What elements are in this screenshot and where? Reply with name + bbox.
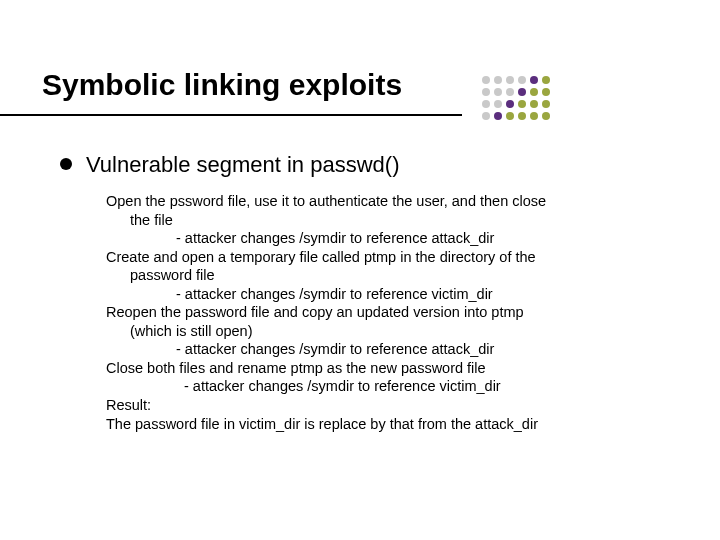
dot-icon bbox=[530, 112, 538, 120]
body-line: - attacker changes /symdir to reference … bbox=[106, 285, 660, 304]
body-line: (which is still open) bbox=[106, 322, 660, 341]
body-line: - attacker changes /symdir to reference … bbox=[106, 340, 660, 359]
dot-icon bbox=[542, 88, 550, 96]
content-area: Vulnerable segment in passwd() Open the … bbox=[0, 112, 720, 433]
dot-icon bbox=[482, 88, 490, 96]
dot-icon bbox=[518, 76, 526, 84]
slide-title: Symbolic linking exploits bbox=[42, 68, 720, 112]
body-line: Reopen the password file and copy an upd… bbox=[106, 303, 660, 322]
body-line: Close both files and rename ptmp as the … bbox=[106, 359, 660, 378]
dot-icon bbox=[482, 112, 490, 120]
bullet-icon bbox=[60, 158, 72, 170]
dot-icon bbox=[530, 76, 538, 84]
dot-icon bbox=[542, 76, 550, 84]
dot-icon bbox=[518, 112, 526, 120]
body-line: The password file in victim_dir is repla… bbox=[106, 415, 660, 434]
body-line: - attacker changes /symdir to reference … bbox=[106, 377, 660, 396]
dot-icon bbox=[506, 112, 514, 120]
bullet-text: Vulnerable segment in passwd() bbox=[86, 152, 399, 178]
dot-icon bbox=[494, 112, 502, 120]
body-line: - attacker changes /symdir to reference … bbox=[106, 229, 660, 248]
dot-icon bbox=[494, 76, 502, 84]
dot-icon bbox=[542, 112, 550, 120]
dot-icon bbox=[506, 76, 514, 84]
dot-icon bbox=[482, 100, 490, 108]
body-line: password file bbox=[106, 266, 660, 285]
decorative-dots bbox=[480, 74, 552, 122]
title-underline bbox=[0, 114, 462, 116]
title-area: Symbolic linking exploits bbox=[0, 0, 720, 112]
dot-icon bbox=[530, 100, 538, 108]
dot-icon bbox=[530, 88, 538, 96]
dot-icon bbox=[494, 88, 502, 96]
body-text: Open the pssword file, use it to authent… bbox=[60, 192, 660, 433]
dot-icon bbox=[542, 100, 550, 108]
body-line: Create and open a temporary file called … bbox=[106, 248, 660, 267]
dot-icon bbox=[518, 88, 526, 96]
body-line: the file bbox=[106, 211, 660, 230]
body-line: Result: bbox=[106, 396, 660, 415]
body-line: Open the pssword file, use it to authent… bbox=[106, 192, 660, 211]
dot-icon bbox=[518, 100, 526, 108]
dot-icon bbox=[494, 100, 502, 108]
dot-icon bbox=[482, 76, 490, 84]
dot-icon bbox=[506, 88, 514, 96]
dot-icon bbox=[506, 100, 514, 108]
bullet-row: Vulnerable segment in passwd() bbox=[60, 152, 660, 178]
